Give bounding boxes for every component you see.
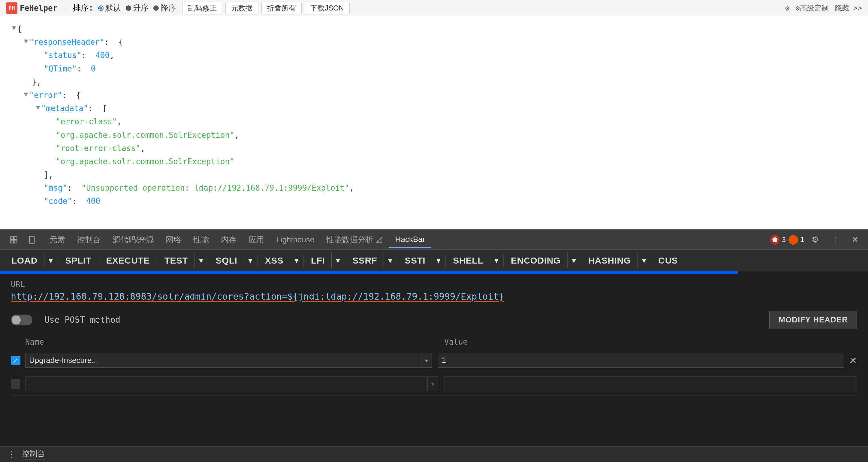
tab-sources[interactable]: 源代码/来源 [106, 232, 160, 248]
hackbar-sqli-btn[interactable]: SQLI [209, 252, 244, 269]
tab-application[interactable]: 应用 [243, 232, 270, 248]
tab-lighthouse[interactable]: Lighthouse [270, 232, 320, 247]
json-line-7: ▼ "metadata": [ [12, 102, 856, 115]
hackbar-split-btn[interactable]: SPLIT [59, 252, 98, 269]
hackbar-hashing-arrow[interactable]: ▾ [638, 252, 650, 268]
hackbar-ssti-arrow[interactable]: ▾ [432, 252, 445, 268]
json-line-1: ▼ { [12, 22, 856, 35]
hackbar-cus-btn[interactable]: CUS [652, 252, 685, 269]
fehelper-logo: FH FeHelper [6, 2, 57, 14]
collapse-error[interactable]: ▼ [24, 89, 28, 100]
sort-label: 排序: [73, 3, 93, 13]
bottom-dots[interactable]: ⋮ [7, 450, 16, 459]
hackbar-encoding-arrow[interactable]: ▾ [567, 252, 580, 268]
hackbar-ssti-btn[interactable]: SSTI [398, 252, 432, 269]
btn-collapse-all[interactable]: 折叠所有 [261, 2, 302, 14]
header-value-input-2[interactable] [444, 376, 857, 391]
header-name-group-1: ▾ [25, 353, 432, 368]
tab-perf-analysis[interactable]: 性能数据分析 ⊿ [320, 232, 389, 248]
collapse-responseheader[interactable]: ▼ [24, 35, 28, 47]
hackbar-ssrf-arrow[interactable]: ▾ [383, 252, 397, 268]
hackbar-ssrf-btn[interactable]: SSRF [346, 252, 383, 269]
header-name-group-2: ▾ [25, 376, 438, 391]
json-line-9: "org.apache.solr.common.SolrException", [12, 128, 856, 142]
post-label: Use POST method [44, 315, 120, 325]
json-line-11: "org.apache.solr.common.SolrException" [12, 155, 856, 168]
json-line-14: "code": 400 [12, 194, 856, 208]
devtools-settings-icon[interactable]: ⚙ [807, 233, 824, 247]
header-row-2: ▾ [11, 372, 857, 396]
btn-fix-encoding[interactable]: 乱码修正 [182, 2, 222, 14]
header-value-group-1 [438, 353, 845, 368]
warn-count: 1 [801, 236, 804, 243]
hackbar-lfi-btn[interactable]: LFI [304, 252, 332, 269]
sort-desc-radio[interactable] [153, 5, 159, 11]
tab-elements[interactable]: 元素 [43, 232, 71, 248]
header-name-dropdown-2[interactable]: ▾ [427, 376, 438, 391]
sort-group: 排序: 默认 升序 降序 [73, 3, 176, 13]
bottom-tab[interactable]: 控制台 [22, 449, 45, 460]
url-value[interactable]: http://192.168.79.128:8983/solr/admin/co… [11, 291, 857, 302]
sort-desc[interactable]: 降序 [153, 3, 176, 13]
collapse-metadata[interactable]: ▼ [36, 102, 40, 113]
fehelper-divider: | [63, 4, 67, 12]
hackbar-lfi-arrow[interactable]: ▾ [331, 252, 344, 268]
svg-rect-1 [14, 237, 17, 239]
btn-metadata[interactable]: 元数据 [225, 2, 258, 14]
fehelper-bar: FH FeHelper | 排序: 默认 升序 降序 乱码修正 元数据 折叠所有… [0, 0, 868, 16]
json-viewer: ▼ { ▼ "responseHeader": { "status": 400,… [0, 16, 868, 229]
hackbar-sqli-arrow[interactable]: ▾ [244, 252, 257, 268]
hackbar-hashing-btn[interactable]: HASHING [582, 252, 638, 269]
tab-console[interactable]: 控制台 [71, 232, 106, 248]
gear-icon[interactable]: ⚙ [785, 4, 789, 12]
hackbar-execute-btn[interactable]: EXECUTE [100, 252, 156, 269]
header-name-input-2[interactable] [25, 376, 427, 391]
hackbar-load-arrow[interactable]: ▾ [44, 252, 57, 268]
header-checkbox-1[interactable]: ✓ [11, 356, 21, 365]
modify-header-button[interactable]: MODIFY HEADER [769, 311, 857, 329]
header-value-col-label: Value [444, 337, 857, 346]
hackbar-encoding-btn[interactable]: ENCODING [504, 252, 567, 269]
devtools-close-icon[interactable]: ✕ [847, 233, 863, 247]
tab-performance[interactable]: 性能 [187, 232, 215, 248]
sort-asc-radio[interactable] [126, 5, 131, 11]
header-delete-btn-1[interactable]: ✕ [849, 355, 857, 366]
post-toggle[interactable] [11, 315, 32, 326]
header-row-1: ✓ ▾ ✕ [11, 349, 857, 372]
hackbar-test-arrow[interactable]: ▾ [194, 252, 207, 268]
sort-asc[interactable]: 升序 [126, 3, 149, 13]
header-table: Name Value ✓ ▾ ✕ ▾ [11, 335, 857, 396]
btn-download-json[interactable]: 下载JSON [305, 2, 350, 14]
url-label: URL [11, 280, 857, 289]
svg-point-11 [793, 241, 794, 241]
hackbar-xss-btn[interactable]: XSS [258, 252, 290, 269]
hackbar-test-btn[interactable]: TEST [158, 252, 195, 269]
json-line-10: "root-error-class", [12, 142, 856, 155]
header-column-labels: Name Value [25, 335, 857, 349]
tab-network[interactable]: 网络 [160, 232, 187, 248]
header-name-input-1[interactable] [25, 353, 421, 368]
hackbar-shell-btn[interactable]: SHELL [446, 252, 490, 269]
tab-hackbar[interactable]: HackBar [389, 232, 431, 248]
collapse-root[interactable]: ▼ [12, 22, 16, 33]
devtools-icon-device[interactable] [23, 233, 41, 246]
hide-label[interactable]: 隐藏 >> [835, 3, 862, 13]
hackbar-load-btn[interactable]: LOAD [5, 252, 44, 269]
devtools-more-icon[interactable]: ⋮ [826, 233, 844, 247]
header-checkbox-2[interactable] [11, 379, 21, 389]
devtools-divider [42, 235, 42, 245]
json-line-5: }, [12, 75, 856, 89]
settings-label[interactable]: ⚙高级定制 [795, 3, 828, 13]
header-value-input-1[interactable] [438, 353, 845, 368]
svg-rect-0 [11, 237, 13, 239]
header-name-dropdown-1[interactable]: ▾ [421, 353, 432, 368]
hackbar-xss-arrow[interactable]: ▾ [290, 252, 303, 268]
hackbar-shell-arrow[interactable]: ▾ [490, 252, 503, 268]
url-section: URL http://192.168.79.128:8983/solr/admi… [0, 274, 868, 305]
warn-badge [788, 235, 798, 245]
devtools-icon-inspect[interactable] [5, 233, 23, 246]
sort-default[interactable]: 默认 [98, 3, 121, 13]
tab-memory[interactable]: 内存 [215, 232, 243, 248]
sort-default-radio[interactable] [98, 5, 103, 11]
error-count: 3 [782, 236, 786, 243]
